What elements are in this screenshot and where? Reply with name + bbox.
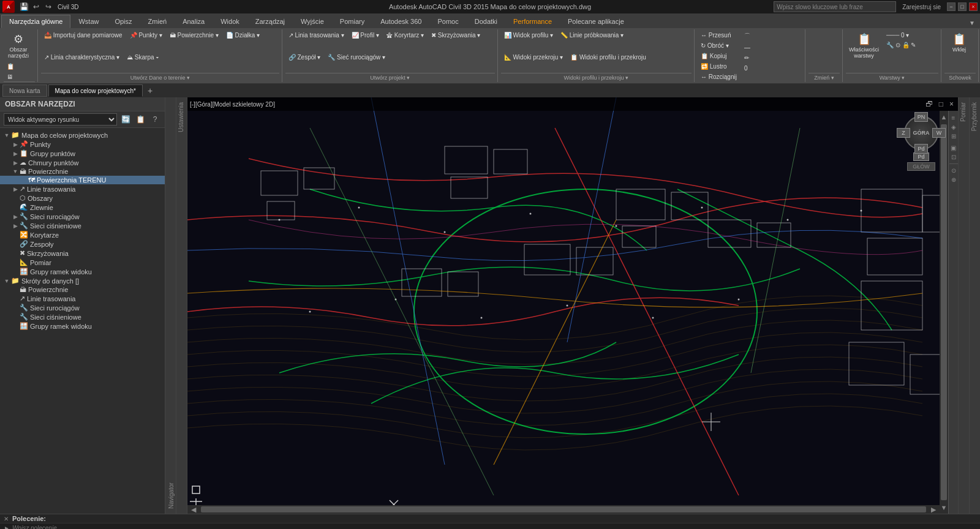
btn-korytarz[interactable]: 🛣 Koryrtarz ▾	[383, 31, 427, 40]
tree-item-chmury[interactable]: ▶ ☁ Chmury punktów	[0, 158, 165, 167]
qat-redo[interactable]: ↪	[43, 1, 54, 12]
btn-linia-tras[interactable]: ↗ Linia trasowania ▾	[285, 31, 347, 40]
add-doc-tab[interactable]: +	[144, 86, 156, 96]
search-box[interactable]: Wpisz slowo kluczowe lub fraze	[774, 1, 896, 12]
btn-wlasciwosci-warstwy[interactable]: 📋 Właściwościwarstwy	[846, 31, 882, 61]
tree-item-skroty[interactable]: ▼ 📁 Skróty do danych []	[0, 276, 165, 285]
props-icon-7[interactable]: ⊕	[950, 175, 957, 184]
qat-undo[interactable]: ↩	[31, 1, 42, 12]
przybornik-label[interactable]: Przybornik	[970, 97, 980, 136]
btn-linie-probk[interactable]: 📏 Linie próbkowania ▾	[557, 31, 627, 40]
lp-btn-2[interactable]: 📋	[134, 113, 146, 126]
lp-btn-help[interactable]: ?	[149, 113, 161, 126]
btn-powierzchnie[interactable]: 🏔 Powierzchnie ▾	[167, 31, 222, 40]
btn-widok-profilu[interactable]: 📊 Widok profilu ▾	[501, 31, 556, 40]
compass-west[interactable]: Z	[897, 128, 910, 138]
btn-profil[interactable]: 📈 Profil ▾	[349, 31, 382, 40]
tree-item-sk-linie[interactable]: ↗ Linie trasowania	[0, 294, 165, 303]
tab-narzedzia[interactable]: Narzędzia główne	[1, 15, 70, 28]
btn-siec-ruro[interactable]: 🔧 Sieć rurociągów ▾	[325, 53, 388, 62]
btn-skrzyzowania[interactable]: ✖ Skrzyżowania ▾	[428, 31, 483, 40]
register-link[interactable]: Zarejestruj sie	[899, 4, 944, 10]
btn-wklej[interactable]: 📋 Wklej	[944, 31, 974, 54]
tree-item-grupy-punktow[interactable]: ▶ 📋 Grupy punktów	[0, 149, 165, 158]
qat-save[interactable]: 💾	[18, 1, 29, 12]
tree-item-powierzchnie[interactable]: ▼ 🏔 Powierzchnie	[0, 167, 165, 176]
btn-skala[interactable]: ⤢ Skala	[698, 83, 740, 83]
btn-importuj[interactable]: 📥 Importuj dane pomiarowe	[41, 31, 126, 40]
tab-widok[interactable]: Widok	[213, 15, 247, 28]
tree-item-sk-powierzchnie[interactable]: 🏔 Powierzchnie	[0, 285, 165, 294]
cmd-input[interactable]	[12, 525, 976, 529]
tab-pomiary[interactable]: Pomiary	[332, 15, 372, 28]
tab-analiza[interactable]: Analiza	[175, 15, 213, 28]
btn-palety-1[interactable]: 📋	[4, 62, 17, 71]
close-btn[interactable]: ×	[969, 2, 978, 11]
maximize-btn[interactable]: □	[958, 2, 967, 11]
compass-south[interactable]: Pd	[914, 144, 928, 154]
tree-item-linie-tras[interactable]: ▶ ↗ Linie trasowania	[0, 184, 165, 193]
tab-nowa-karta[interactable]: Nowa karta	[2, 84, 47, 97]
compass-north[interactable]: PN	[914, 112, 928, 122]
tree-item-punkty[interactable]: ▶ 📌 Punkty	[0, 140, 165, 149]
btn-dzialka[interactable]: 📄 Działka ▾	[223, 31, 263, 40]
tree-item-pomiar[interactable]: 📐 Pomiar	[0, 258, 165, 267]
props-icon-4[interactable]: ▣	[949, 143, 957, 152]
btn-widoki-prze[interactable]: 📐 Widoki przekroju ▾	[501, 53, 566, 62]
compass-pd[interactable]: Pd	[913, 152, 929, 161]
compass-glow[interactable]: GŁÓW	[907, 162, 935, 171]
tab-zmien[interactable]: Zmień	[140, 15, 175, 28]
view-selector[interactable]: Widok aktywnego rysunku	[4, 113, 117, 126]
props-icon-3[interactable]: ⊞	[950, 132, 957, 141]
tree-item-sieci-ruro[interactable]: ▶ 🔧 Sieci rurociągów	[0, 212, 165, 221]
pomiar-label[interactable]: Pomiar	[959, 97, 969, 127]
btn-line[interactable]: —	[741, 43, 753, 52]
btn-zespol[interactable]: 🔗 Zespół ▾	[285, 53, 324, 62]
tree-item-sk-grupy[interactable]: 🪟 Grupy ramek widoku	[0, 321, 165, 331]
compass-east[interactable]: W	[932, 128, 946, 138]
scroll-h-right[interactable]: ▶	[927, 505, 940, 514]
btn-obszar-narzedzi[interactable]: ⚙ Obszarnarzędzi	[4, 31, 33, 61]
scroll-h-thumb[interactable]	[201, 506, 926, 512]
btn-obroc[interactable]: ↻ Obróć ▾	[698, 41, 740, 50]
scroll-h[interactable]: ◀ ▶	[187, 505, 940, 514]
vc-restore[interactable]: 🗗	[924, 100, 935, 108]
ribbon-collapse-btn[interactable]: ▼	[967, 17, 978, 28]
btn-arc[interactable]: ⌒	[741, 31, 753, 42]
tab-mapa[interactable]: Mapa do celow projektowych*	[48, 84, 143, 97]
lp-btn-1[interactable]: 🔄	[119, 113, 132, 126]
scroll-v-down[interactable]: ▼	[940, 501, 948, 514]
cmd-close-btn[interactable]: ✕	[4, 516, 9, 522]
tree-item-grupy-ramek[interactable]: 🪟 Grupy ramek widoku	[0, 267, 165, 276]
tab-wstaw[interactable]: Wstaw	[70, 15, 107, 28]
btn-kopiuj[interactable]: 📋 Kopiuj	[698, 51, 740, 61]
tab-autodesk360[interactable]: Autodesk 360	[372, 15, 429, 28]
props-icon-6[interactable]: ⊙	[950, 166, 957, 175]
scroll-v-up[interactable]: ▲	[940, 111, 948, 123]
vc-close[interactable]: ×	[948, 100, 956, 108]
tree-item-zespoly[interactable]: 🔗 Zespoły	[0, 239, 165, 249]
tree-item-skrzyzowania[interactable]: ✖ Skrzyżowania	[0, 249, 165, 258]
btn-layer-sel[interactable]: ─── 0 ▾	[883, 31, 938, 40]
tab-dodatki[interactable]: Dodatki	[467, 15, 505, 28]
vc-maximize[interactable]: □	[937, 100, 945, 108]
btn-erase[interactable]: ✏	[741, 53, 753, 62]
btn-linia-char[interactable]: ↗ Linia charakterystyczna ▾	[41, 53, 123, 62]
scroll-v-thumb[interactable]	[941, 124, 947, 500]
tab-opisz[interactable]: Opisz	[107, 15, 140, 28]
navigator-label[interactable]: Navigator	[167, 97, 176, 514]
scroll-v[interactable]: ▲ ▼	[940, 111, 948, 514]
props-icon-5[interactable]: ⊡	[950, 152, 957, 162]
btn-przesun[interactable]: ↔ Przesuń	[698, 31, 740, 40]
tree-item-zlewnie[interactable]: 🌊 Zlewnie	[0, 203, 165, 212]
btn-rozciagnij[interactable]: ↔ Rozciągnij	[698, 72, 740, 81]
btn-lustro[interactable]: 🔁 Lustro	[698, 62, 740, 71]
tree-item-sk-cisn[interactable]: 🔧 Sieci ciśnieniowe	[0, 312, 165, 321]
tree-item-obszary[interactable]: ⬡ Obszary	[0, 193, 165, 203]
tab-performance[interactable]: Performance	[505, 15, 560, 28]
tree-item-korytarze[interactable]: 🔀 Korytarze	[0, 230, 165, 239]
scroll-h-left[interactable]: ◀	[187, 505, 200, 514]
tree-item-powierzchnia-terenu[interactable]: 🗺 Powierzchnia TERENU	[0, 176, 165, 184]
tab-polecane[interactable]: Polecane aplikacje	[560, 15, 632, 28]
ustawienia-label[interactable]: Ustawienia	[176, 97, 187, 137]
